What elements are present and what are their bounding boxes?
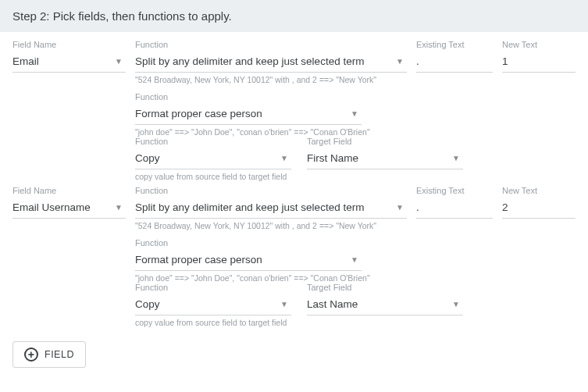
chevron-down-icon: ▼	[351, 255, 358, 264]
chevron-down-icon: ▼	[115, 57, 123, 66]
function-select[interactable]: Format proper case person ▼	[135, 103, 362, 125]
label-field-name: Field Name	[12, 186, 126, 195]
label-field-name: Field Name	[12, 40, 126, 49]
function-select[interactable]: Split by any delimiter and keep just sel…	[135, 51, 407, 73]
function-value: Copy	[135, 298, 160, 310]
function-help: copy value from source field to target f…	[135, 172, 463, 181]
chevron-down-icon: ▼	[115, 203, 123, 212]
function-help: copy value from source field to target f…	[135, 318, 463, 327]
label-existing-text: Existing Text	[416, 40, 493, 49]
add-field-button[interactable]: + FIELD	[12, 341, 86, 368]
function-help: "524 Broadway, New York, NY 10012" with …	[135, 221, 407, 230]
existing-text-input[interactable]	[416, 51, 493, 73]
label-function: Function	[135, 283, 291, 292]
function-help: "john doe" ==> "John Doe", "conan o'brie…	[135, 273, 407, 283]
field-name-select[interactable]: Email ▼	[12, 51, 126, 73]
chevron-down-icon: ▼	[452, 154, 460, 162]
new-text-input[interactable]	[502, 51, 576, 73]
label-new-text: New Text	[502, 186, 576, 195]
chevron-down-icon: ▼	[452, 300, 460, 308]
label-target-field: Target Field	[307, 137, 463, 146]
target-field-select[interactable]: Last Name ▼	[307, 294, 463, 315]
target-field-select[interactable]: First Name ▼	[307, 148, 463, 169]
function-value: Split by any delimiter and keep just sel…	[135, 55, 364, 67]
chevron-down-icon: ▼	[280, 300, 288, 308]
function-select[interactable]: Copy ▼	[135, 148, 291, 169]
target-field-value: First Name	[307, 152, 358, 164]
chevron-down-icon: ▼	[396, 57, 404, 66]
function-value: Format proper case person	[135, 254, 262, 265]
plus-circle-icon: +	[24, 347, 38, 362]
chevron-down-icon: ▼	[396, 203, 404, 212]
form-content: Field Name Email ▼ Function Split by any…	[0, 32, 588, 380]
existing-text-input[interactable]	[416, 197, 493, 219]
label-function: Function	[135, 137, 291, 146]
chevron-down-icon: ▼	[351, 109, 358, 118]
function-help: "524 Broadway, New York, NY 10012" with …	[135, 75, 407, 84]
label-function: Function	[135, 40, 407, 49]
new-text-input[interactable]	[502, 197, 576, 219]
function-select[interactable]: Split by any delimiter and keep just sel…	[135, 197, 407, 219]
step-title: Step 2: Pick fields, then functions to a…	[12, 9, 232, 23]
chevron-down-icon: ▼	[280, 154, 288, 162]
field-name-select[interactable]: Email Username ▼	[12, 197, 126, 219]
field-name-value: Email Username	[12, 201, 91, 213]
function-value: Copy	[135, 152, 160, 164]
label-function: Function	[135, 186, 407, 195]
function-value: Format proper case person	[135, 108, 262, 119]
function-select[interactable]: Copy ▼	[135, 294, 291, 315]
field-name-value: Email	[12, 55, 39, 67]
label-existing-text: Existing Text	[416, 186, 493, 195]
label-function: Function	[135, 238, 407, 248]
label-target-field: Target Field	[307, 283, 463, 292]
target-field-value: Last Name	[307, 298, 358, 310]
label-function: Function	[135, 92, 407, 102]
function-value: Split by any delimiter and keep just sel…	[135, 201, 364, 213]
function-help: "john doe" ==> "John Doe", "conan o'brie…	[135, 127, 407, 137]
add-field-label: FIELD	[45, 349, 74, 360]
step-header: Step 2: Pick fields, then functions to a…	[0, 0, 588, 32]
function-select[interactable]: Format proper case person ▼	[135, 249, 362, 271]
label-new-text: New Text	[502, 40, 576, 49]
